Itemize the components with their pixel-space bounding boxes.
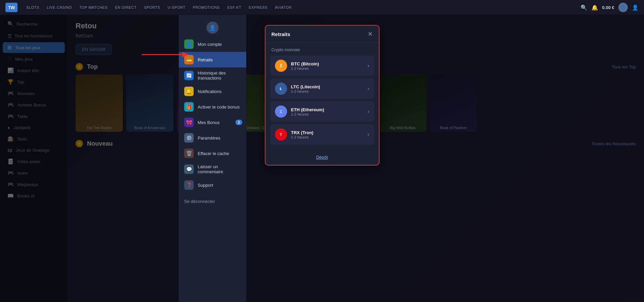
crypto-name-btc: BTC (Bitcoin) — [291, 61, 364, 66]
crypto-info-trx: TRX (Tron)1-2 heures — [291, 130, 364, 139]
crypto-arrow-ltc: › — [367, 86, 369, 92]
crypto-time-eth: 1-2 heures — [291, 112, 364, 116]
crypto-arrow-eth: › — [367, 109, 369, 115]
crypto-logo-trx: T — [275, 128, 287, 141]
nav-link-aviator[interactable]: AVIATOR — [272, 4, 295, 11]
crypto-time-trx: 1-2 heures — [291, 135, 364, 139]
logo[interactable]: TW — [5, 3, 18, 12]
crypto-section-label: Crypto monnaie — [270, 48, 374, 52]
crypto-arrow-btc: › — [367, 63, 369, 69]
crypto-time-btc: 1-2 heures — [291, 66, 364, 70]
avatar[interactable]: 👤 — [618, 3, 628, 12]
crypto-name-ltc: LTC (Litecoin) — [291, 84, 364, 89]
modal-header: Retraits ✕ — [265, 26, 379, 43]
nav-link-usport[interactable]: U-SPORT — [164, 4, 189, 11]
retraits-modal: Retraits ✕ Crypto monnaie ₿BTC (Bitcoin)… — [265, 25, 380, 165]
crypto-item-ltc[interactable]: ŁLTC (Litecoin)1-2 heures› — [270, 79, 374, 99]
crypto-info-ltc: LTC (Litecoin)1-2 heures — [291, 84, 364, 93]
crypto-name-trx: TRX (Tron) — [291, 130, 364, 135]
notification-icon[interactable]: 🔔 — [591, 4, 598, 11]
crypto-info-btc: BTC (Bitcoin)1-2 heures — [291, 61, 364, 70]
user-icon[interactable]: 👤 — [632, 4, 639, 11]
nav-link-livecasino[interactable]: LIVE CASINO — [44, 4, 76, 11]
depot-link[interactable]: Dépôt — [316, 155, 328, 160]
modal-close-button[interactable]: ✕ — [368, 30, 373, 38]
modal-body: Crypto monnaie ₿BTC (Bitcoin)1-2 heures›… — [265, 43, 379, 151]
modal-footer: Dépôt — [265, 151, 379, 165]
topnav-right: 🔍 🔔 0.00 € 👤 👤 — [581, 3, 639, 12]
nav-link-topmatches[interactable]: TOP MATCHES — [76, 4, 111, 11]
nav-link-esfkt[interactable]: ESF:KT — [224, 4, 245, 11]
crypto-time-ltc: 1-2 heures — [291, 89, 364, 93]
crypto-item-trx[interactable]: TTRX (Tron)1-2 heures› — [270, 124, 374, 145]
nav-link-endirect[interactable]: EN DIRECT — [112, 4, 140, 11]
crypto-info-eth: ETH (Ethereum)1-2 heures — [291, 107, 364, 116]
crypto-arrow-trx: › — [367, 131, 369, 138]
modal-overlay: Retraits ✕ Crypto monnaie ₿BTC (Bitcoin)… — [0, 15, 644, 302]
nav-link-sports[interactable]: SPORTS — [141, 4, 164, 11]
nav-links: SLOTSLIVE CASINOTOP MATCHESEN DIRECTSPOR… — [23, 4, 578, 11]
crypto-logo-ltc: Ł — [275, 83, 287, 95]
crypto-logo-eth: Ξ — [275, 105, 287, 118]
topnav: TW SLOTSLIVE CASINOTOP MATCHESEN DIRECTS… — [0, 0, 644, 15]
crypto-logo-btc: ₿ — [275, 60, 287, 72]
modal-title: Retraits — [272, 31, 290, 37]
balance-display: 0.00 € — [602, 5, 614, 10]
nav-link-promotions[interactable]: PROMOTIONS — [190, 4, 223, 11]
search-icon[interactable]: 🔍 — [581, 4, 587, 11]
nav-link-slots[interactable]: SLOTS — [23, 4, 43, 11]
crypto-name-eth: ETH (Ethereum) — [291, 107, 364, 112]
crypto-item-btc[interactable]: ₿BTC (Bitcoin)1-2 heures› — [270, 56, 374, 76]
crypto-item-eth[interactable]: ΞETH (Ethereum)1-2 heures› — [270, 101, 374, 122]
nav-link-express[interactable]: EXPRESS — [245, 4, 271, 11]
